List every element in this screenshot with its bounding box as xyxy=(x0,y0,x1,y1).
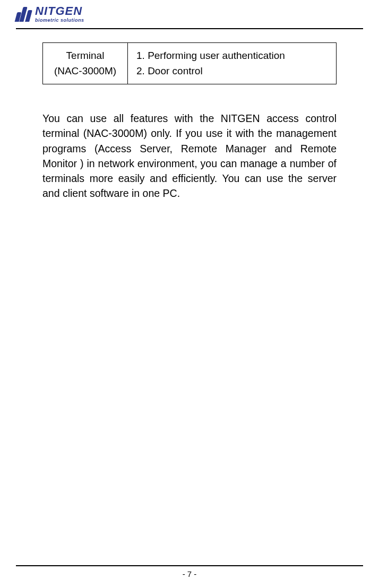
page-header: NITGEN biometric solutions xyxy=(16,5,363,29)
logo-text: NITGEN biometric solutions xyxy=(35,5,84,23)
logo-mark-icon xyxy=(16,7,31,22)
content-area: Terminal (NAC-3000M) Performing user aut… xyxy=(16,42,363,201)
table-label-cell: Terminal (NAC-3000M) xyxy=(43,43,128,84)
body-paragraph: You can use all features with the NITGEN… xyxy=(42,111,337,201)
logo-brand-text: NITGEN xyxy=(35,5,84,17)
logo-tagline-text: biometric solutions xyxy=(35,18,84,23)
page-number: - 7 - xyxy=(183,569,197,578)
terminal-label-line2: (NAC-3000M) xyxy=(54,65,116,76)
feature-table: Terminal (NAC-3000M) Performing user aut… xyxy=(42,42,337,84)
table-desc-cell: Performing user authentication Door cont… xyxy=(128,43,337,84)
table-row: Terminal (NAC-3000M) Performing user aut… xyxy=(43,43,337,84)
page-container: NITGEN biometric solutions Terminal (NAC… xyxy=(0,0,379,588)
feature-list: Performing user authentication Door cont… xyxy=(136,48,330,79)
terminal-label-line1: Terminal xyxy=(66,50,105,61)
page-footer: - 7 - xyxy=(16,565,363,578)
feature-item-2: Door control xyxy=(136,64,330,79)
feature-item-1: Performing user authentication xyxy=(136,48,330,64)
